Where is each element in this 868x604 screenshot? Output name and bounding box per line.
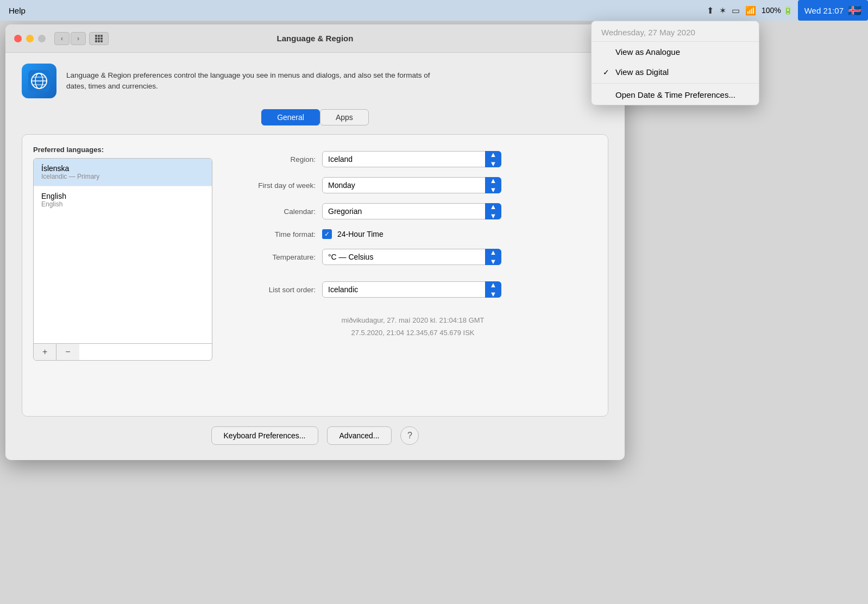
dropdown-divider: [592, 83, 759, 84]
settings-section: Region: Iceland ▲▼ First day of week:: [229, 146, 597, 405]
bottom-buttons: Keyboard Preferences... Advanced... ?: [22, 417, 608, 449]
first-day-label: First day of week:: [229, 181, 316, 190]
time-format-checkbox[interactable]: ✓: [322, 229, 332, 239]
time-format-checkbox-row: ✓ 24-Hour Time: [322, 229, 383, 239]
temperature-label: Temperature:: [229, 253, 316, 261]
lang-sub-english: English: [41, 200, 204, 208]
svg-rect-8: [100, 40, 103, 42]
nav-buttons: ‹ ›: [54, 32, 109, 45]
clock-dropdown: Wednesday, 27 May 2020 View as Analogue …: [591, 21, 759, 105]
open-datetime-prefs-item[interactable]: Open Date & Time Preferences...: [592, 85, 759, 105]
calendar-row: Calendar: Gregorian ▲▼: [229, 203, 597, 219]
main-window: ‹ › Language & Region: [5, 24, 625, 460]
main-panel: Preferred languages: Íslenska Icelandic …: [22, 134, 608, 417]
calendar-select[interactable]: Gregorian: [322, 203, 501, 219]
sort-order-label: List sort order:: [229, 286, 316, 294]
sort-order-select[interactable]: Icelandic: [322, 281, 501, 298]
tabs: General Apps: [22, 109, 608, 125]
language-section: Preferred languages: Íslenska Icelandic …: [33, 146, 212, 405]
svg-rect-6: [95, 40, 97, 42]
airplay-icon[interactable]: ▭: [732, 5, 740, 16]
calendar-label: Calendar:: [229, 207, 316, 216]
help-menu[interactable]: Help: [0, 6, 34, 15]
traffic-lights: [14, 35, 46, 42]
lang-sub-icelandic: Icelandic — Primary: [41, 173, 204, 180]
svg-rect-2: [100, 35, 103, 37]
region-select[interactable]: Iceland: [322, 151, 501, 167]
region-row: Region: Iceland ▲▼: [229, 151, 597, 167]
forward-button[interactable]: ›: [71, 32, 86, 45]
open-datetime-prefs-label: Open Date & Time Preferences...: [615, 90, 735, 99]
help-button[interactable]: ?: [400, 426, 419, 445]
svg-rect-4: [98, 37, 100, 40]
view-digital-item[interactable]: ✓ View as Digital: [592, 62, 759, 82]
temperature-row: Temperature: °C — Celsius ▲▼: [229, 249, 597, 265]
grid-button[interactable]: [89, 32, 109, 45]
globe-icon: [22, 64, 56, 98]
sort-order-row: List sort order: Icelandic ▲▼: [229, 281, 597, 298]
upload-icon[interactable]: ⬆: [707, 5, 714, 16]
dropdown-date: Wednesday, 27 May 2020: [592, 21, 759, 42]
header-description: Language & Region preferences control th…: [66, 70, 446, 92]
digital-checkmark: ✓: [601, 68, 611, 77]
svg-rect-0: [95, 35, 97, 37]
advanced-button[interactable]: Advanced...: [327, 426, 392, 445]
battery-info: 100% 🔋: [762, 6, 792, 15]
bluetooth-icon[interactable]: ✶: [719, 5, 726, 16]
svg-rect-5: [100, 37, 103, 40]
time-format-value: 24-Hour Time: [337, 230, 383, 238]
flag-icon: 🇮🇸: [848, 4, 861, 17]
back-button[interactable]: ‹: [54, 32, 70, 45]
lang-name-english: English: [41, 192, 204, 200]
language-buttons: + −: [34, 343, 212, 360]
window-title: Language & Region: [277, 34, 354, 43]
battery-percent: 100%: [762, 6, 781, 15]
date-preview-line1: miðvikudagur, 27. maí 2020 kl. 21:04:18 …: [229, 314, 597, 326]
lang-item-icelandic[interactable]: Íslenska Icelandic — Primary: [34, 159, 212, 186]
language-items: Íslenska Icelandic — Primary English Eng…: [34, 159, 212, 343]
temperature-select-wrapper: °C — Celsius ▲▼: [322, 249, 501, 265]
remove-language-button[interactable]: −: [56, 344, 79, 360]
keyboard-preferences-button[interactable]: Keyboard Preferences...: [211, 426, 318, 445]
wifi-icon[interactable]: 📶: [745, 5, 756, 16]
add-language-button[interactable]: +: [34, 344, 56, 360]
close-button[interactable]: [14, 35, 22, 42]
lang-name-icelandic: Íslenska: [41, 164, 204, 173]
view-digital-label: View as Digital: [615, 67, 669, 77]
header-section: Language & Region preferences control th…: [22, 64, 608, 98]
date-preview-line2: 27.5.2020, 21:04 12.345,67 45.679 ISK: [229, 326, 597, 339]
time-format-row: Time format: ✓ 24-Hour Time: [229, 229, 597, 239]
first-day-select[interactable]: Monday: [322, 177, 501, 193]
minimize-button[interactable]: [26, 35, 34, 42]
temperature-select[interactable]: °C — Celsius: [322, 249, 501, 265]
svg-rect-1: [98, 35, 100, 37]
svg-rect-3: [95, 37, 97, 40]
view-analogue-label: View as Analogue: [615, 47, 680, 56]
lang-item-english[interactable]: English English: [34, 186, 212, 213]
menubar: Help ⬆ ✶ ▭ 📶 100% 🔋 Wed 21:07 🇮🇸: [0, 0, 868, 21]
time-format-label: Time format:: [229, 230, 316, 238]
tab-apps[interactable]: Apps: [320, 109, 369, 125]
calendar-select-wrapper: Gregorian ▲▼: [322, 203, 501, 219]
clock-time: Wed 21:07: [804, 6, 844, 15]
titlebar: ‹ › Language & Region: [5, 24, 625, 53]
region-select-wrapper: Iceland ▲▼: [322, 151, 501, 167]
zoom-button[interactable]: [38, 35, 46, 42]
region-label: Region:: [229, 155, 316, 163]
language-list: Íslenska Icelandic — Primary English Eng…: [33, 158, 212, 361]
date-preview: miðvikudagur, 27. maí 2020 kl. 21:04:18 …: [229, 314, 597, 339]
first-day-select-wrapper: Monday ▲▼: [322, 177, 501, 193]
sort-order-select-wrapper: Icelandic ▲▼: [322, 281, 501, 298]
first-day-row: First day of week: Monday ▲▼: [229, 177, 597, 193]
svg-rect-7: [98, 40, 100, 42]
lang-section-label: Preferred languages:: [33, 146, 212, 154]
clock-pill[interactable]: Wed 21:07 🇮🇸: [798, 0, 868, 21]
battery-icon: 🔋: [783, 6, 792, 15]
tab-general[interactable]: General: [261, 109, 320, 125]
view-analogue-item[interactable]: View as Analogue: [592, 42, 759, 62]
window-body: Language & Region preferences control th…: [5, 53, 625, 460]
